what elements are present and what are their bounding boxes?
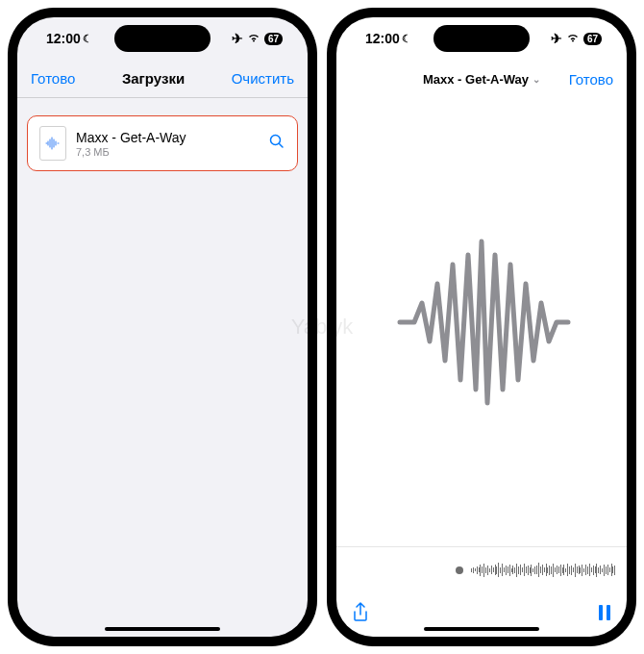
page-title: Загрузки [122,70,185,87]
nav-bar: Готово Загрузки Очистить [17,60,308,98]
downloads-list: Maxx - Get-A-Way 7,3 МБ [17,98,308,189]
done-button[interactable]: Готово [31,70,75,87]
home-indicator [105,627,220,631]
file-size: 7,3 МБ [76,146,259,158]
download-item[interactable]: Maxx - Get-A-Way 7,3 МБ [27,115,298,171]
done-button[interactable]: Готово [569,71,613,88]
home-indicator [424,627,539,631]
status-bar: 12:00 ☾ ✈ 67 [17,17,308,60]
status-bar: 12:00 ☾ ✈ 67 [336,17,627,60]
audio-file-icon [39,126,66,161]
battery-indicator: 67 [264,33,283,45]
wifi-icon [247,31,260,46]
magnifier-icon[interactable] [268,133,285,154]
file-info: Maxx - Get-A-Way 7,3 МБ [76,130,259,158]
share-button[interactable] [352,602,369,628]
file-name: Maxx - Get-A-Way [76,130,259,145]
waveform-icon [385,236,578,409]
status-time: 12:00 [365,31,400,46]
dnd-moon-icon: ☾ [83,33,92,45]
wifi-icon [566,31,580,46]
clear-button[interactable]: Очистить [232,70,294,87]
svg-rect-3 [607,605,610,620]
battery-indicator: 67 [583,33,602,45]
progress-handle[interactable] [456,566,463,574]
phone-frame-left: 12:00 ☾ ✈ 67 Готово Загрузки Очистить [8,8,317,646]
nav-bar: Maxx - Get-A-Way ⌄ Готово [336,60,627,98]
player-screen: 12:00 ☾ ✈ 67 Maxx - Get-A-Way ⌄ Готово [336,17,627,637]
downloads-screen: 12:00 ☾ ✈ 67 Готово Загрузки Очистить [17,17,308,637]
airplane-icon: ✈ [232,31,243,46]
mini-waveform [471,556,615,585]
svg-rect-2 [599,605,603,620]
chevron-down-icon: ⌄ [533,74,540,85]
airplane-icon: ✈ [551,31,562,46]
track-title-dropdown[interactable]: Maxx - Get-A-Way ⌄ [423,72,540,87]
status-time: 12:00 [46,31,81,46]
phone-frame-right: 12:00 ☾ ✈ 67 Maxx - Get-A-Way ⌄ Готово [327,8,636,646]
player-body [336,98,627,546]
svg-line-1 [280,144,284,148]
progress-area[interactable] [336,546,627,592]
dnd-moon-icon: ☾ [402,33,411,45]
pause-button[interactable] [598,604,611,626]
